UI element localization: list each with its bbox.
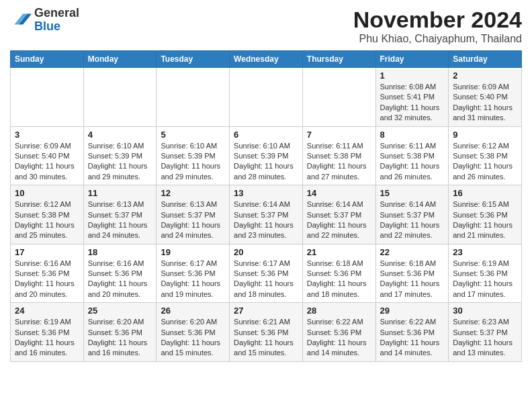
- day-number: 29: [380, 306, 445, 316]
- day-number: 5: [161, 130, 225, 140]
- calendar-cell: 5Sunrise: 6:10 AM Sunset: 5:39 PM Daylig…: [157, 126, 230, 185]
- calendar-cell: 6Sunrise: 6:10 AM Sunset: 5:39 PM Daylig…: [230, 126, 303, 185]
- calendar-header-row: SundayMondayTuesdayWednesdayThursdayFrid…: [11, 51, 522, 68]
- day-number: 25: [88, 306, 152, 316]
- day-number: 2: [453, 71, 517, 81]
- day-info: Sunrise: 6:21 AM Sunset: 5:36 PM Dayligh…: [234, 317, 298, 359]
- calendar-cell: 14Sunrise: 6:14 AM Sunset: 5:37 PM Dayli…: [302, 185, 375, 244]
- page-header: General Blue November 2024 Phu Khiao, Ch…: [10, 7, 522, 45]
- day-info: Sunrise: 6:23 AM Sunset: 5:37 PM Dayligh…: [453, 317, 517, 359]
- day-number: 30: [453, 306, 517, 316]
- logo-text: General Blue: [34, 7, 79, 34]
- calendar-week-row: 17Sunrise: 6:16 AM Sunset: 5:36 PM Dayli…: [11, 244, 522, 303]
- calendar-cell: 1Sunrise: 6:08 AM Sunset: 5:41 PM Daylig…: [375, 68, 449, 127]
- day-header-tuesday: Tuesday: [157, 51, 230, 68]
- day-info: Sunrise: 6:22 AM Sunset: 5:36 PM Dayligh…: [380, 317, 445, 359]
- day-number: 13: [234, 188, 298, 198]
- day-info: Sunrise: 6:14 AM Sunset: 5:37 PM Dayligh…: [307, 199, 371, 241]
- day-number: 9: [453, 130, 517, 140]
- calendar-cell: 9Sunrise: 6:12 AM Sunset: 5:38 PM Daylig…: [449, 126, 522, 185]
- day-number: 10: [15, 188, 79, 198]
- day-info: Sunrise: 6:08 AM Sunset: 5:41 PM Dayligh…: [380, 82, 445, 124]
- day-number: 11: [88, 188, 152, 198]
- day-info: Sunrise: 6:11 AM Sunset: 5:38 PM Dayligh…: [307, 141, 371, 183]
- calendar-cell: 7Sunrise: 6:11 AM Sunset: 5:38 PM Daylig…: [302, 126, 375, 185]
- day-info: Sunrise: 6:09 AM Sunset: 5:40 PM Dayligh…: [453, 82, 517, 124]
- day-info: Sunrise: 6:13 AM Sunset: 5:37 PM Dayligh…: [88, 199, 152, 241]
- calendar-cell: 13Sunrise: 6:14 AM Sunset: 5:37 PM Dayli…: [230, 185, 303, 244]
- day-info: Sunrise: 6:19 AM Sunset: 5:36 PM Dayligh…: [15, 317, 79, 359]
- calendar-cell: 28Sunrise: 6:22 AM Sunset: 5:36 PM Dayli…: [302, 303, 375, 362]
- calendar-cell: 25Sunrise: 6:20 AM Sunset: 5:36 PM Dayli…: [83, 303, 157, 362]
- calendar-cell: 29Sunrise: 6:22 AM Sunset: 5:36 PM Dayli…: [375, 303, 449, 362]
- calendar-cell: 2Sunrise: 6:09 AM Sunset: 5:40 PM Daylig…: [449, 68, 522, 127]
- calendar-cell: 17Sunrise: 6:16 AM Sunset: 5:36 PM Dayli…: [11, 244, 84, 303]
- calendar-cell: 30Sunrise: 6:23 AM Sunset: 5:37 PM Dayli…: [449, 303, 522, 362]
- calendar-table: SundayMondayTuesdayWednesdayThursdayFrid…: [10, 50, 522, 362]
- general-blue-logo-icon: [10, 9, 32, 31]
- day-number: 8: [380, 130, 445, 140]
- calendar-cell: [157, 68, 230, 127]
- day-header-wednesday: Wednesday: [230, 51, 303, 68]
- day-header-friday: Friday: [375, 51, 449, 68]
- day-info: Sunrise: 6:18 AM Sunset: 5:36 PM Dayligh…: [380, 259, 445, 300]
- calendar-cell: 26Sunrise: 6:20 AM Sunset: 5:36 PM Dayli…: [157, 303, 230, 362]
- day-info: Sunrise: 6:15 AM Sunset: 5:36 PM Dayligh…: [453, 199, 517, 241]
- calendar-cell: 16Sunrise: 6:15 AM Sunset: 5:36 PM Dayli…: [449, 185, 522, 244]
- calendar-cell: 10Sunrise: 6:12 AM Sunset: 5:38 PM Dayli…: [11, 185, 84, 244]
- title-block: November 2024 Phu Khiao, Chaiyaphum, Tha…: [353, 7, 522, 45]
- day-info: Sunrise: 6:16 AM Sunset: 5:36 PM Dayligh…: [15, 259, 79, 300]
- calendar-cell: 12Sunrise: 6:13 AM Sunset: 5:37 PM Dayli…: [157, 185, 230, 244]
- day-info: Sunrise: 6:11 AM Sunset: 5:38 PM Dayligh…: [380, 141, 445, 183]
- day-info: Sunrise: 6:22 AM Sunset: 5:36 PM Dayligh…: [307, 317, 371, 359]
- calendar-cell: 4Sunrise: 6:10 AM Sunset: 5:39 PM Daylig…: [83, 126, 157, 185]
- day-info: Sunrise: 6:10 AM Sunset: 5:39 PM Dayligh…: [88, 141, 152, 183]
- calendar-cell: [83, 68, 157, 127]
- day-number: 26: [161, 306, 225, 316]
- calendar-week-row: 1Sunrise: 6:08 AM Sunset: 5:41 PM Daylig…: [11, 68, 522, 127]
- logo: General Blue: [10, 7, 79, 34]
- calendar-cell: 3Sunrise: 6:09 AM Sunset: 5:40 PM Daylig…: [11, 126, 84, 185]
- day-info: Sunrise: 6:12 AM Sunset: 5:38 PM Dayligh…: [15, 199, 79, 241]
- day-info: Sunrise: 6:12 AM Sunset: 5:38 PM Dayligh…: [453, 141, 517, 183]
- day-number: 21: [307, 247, 371, 257]
- calendar-cell: 20Sunrise: 6:17 AM Sunset: 5:36 PM Dayli…: [230, 244, 303, 303]
- calendar-cell: 15Sunrise: 6:14 AM Sunset: 5:37 PM Dayli…: [375, 185, 449, 244]
- day-number: 16: [453, 188, 517, 198]
- day-info: Sunrise: 6:10 AM Sunset: 5:39 PM Dayligh…: [161, 141, 225, 183]
- calendar-cell: 24Sunrise: 6:19 AM Sunset: 5:36 PM Dayli…: [11, 303, 84, 362]
- day-number: 19: [161, 247, 225, 257]
- day-number: 4: [88, 130, 152, 140]
- day-info: Sunrise: 6:16 AM Sunset: 5:36 PM Dayligh…: [88, 259, 152, 300]
- day-number: 12: [161, 188, 225, 198]
- calendar-cell: 21Sunrise: 6:18 AM Sunset: 5:36 PM Dayli…: [302, 244, 375, 303]
- day-header-thursday: Thursday: [302, 51, 375, 68]
- day-info: Sunrise: 6:17 AM Sunset: 5:36 PM Dayligh…: [161, 259, 225, 300]
- day-info: Sunrise: 6:19 AM Sunset: 5:36 PM Dayligh…: [453, 259, 517, 300]
- calendar-week-row: 3Sunrise: 6:09 AM Sunset: 5:40 PM Daylig…: [11, 126, 522, 185]
- day-number: 22: [380, 247, 445, 257]
- day-number: 6: [234, 130, 298, 140]
- day-info: Sunrise: 6:14 AM Sunset: 5:37 PM Dayligh…: [234, 199, 298, 241]
- calendar-cell: 27Sunrise: 6:21 AM Sunset: 5:36 PM Dayli…: [230, 303, 303, 362]
- calendar-cell: 22Sunrise: 6:18 AM Sunset: 5:36 PM Dayli…: [375, 244, 449, 303]
- day-info: Sunrise: 6:20 AM Sunset: 5:36 PM Dayligh…: [88, 317, 152, 359]
- day-number: 1: [380, 71, 445, 81]
- calendar-cell: 19Sunrise: 6:17 AM Sunset: 5:36 PM Dayli…: [157, 244, 230, 303]
- day-number: 17: [15, 247, 79, 257]
- day-info: Sunrise: 6:13 AM Sunset: 5:37 PM Dayligh…: [161, 199, 225, 241]
- month-title: November 2024: [353, 7, 522, 33]
- day-number: 15: [380, 188, 445, 198]
- calendar-cell: [302, 68, 375, 127]
- day-info: Sunrise: 6:18 AM Sunset: 5:36 PM Dayligh…: [307, 259, 371, 300]
- day-number: 14: [307, 188, 371, 198]
- day-number: 20: [234, 247, 298, 257]
- day-number: 18: [88, 247, 152, 257]
- day-info: Sunrise: 6:14 AM Sunset: 5:37 PM Dayligh…: [380, 199, 445, 241]
- day-number: 24: [15, 306, 79, 316]
- calendar-cell: [11, 68, 84, 127]
- calendar-week-row: 10Sunrise: 6:12 AM Sunset: 5:38 PM Dayli…: [11, 185, 522, 244]
- calendar-cell: 18Sunrise: 6:16 AM Sunset: 5:36 PM Dayli…: [83, 244, 157, 303]
- calendar-cell: 8Sunrise: 6:11 AM Sunset: 5:38 PM Daylig…: [375, 126, 449, 185]
- calendar-cell: 23Sunrise: 6:19 AM Sunset: 5:36 PM Dayli…: [449, 244, 522, 303]
